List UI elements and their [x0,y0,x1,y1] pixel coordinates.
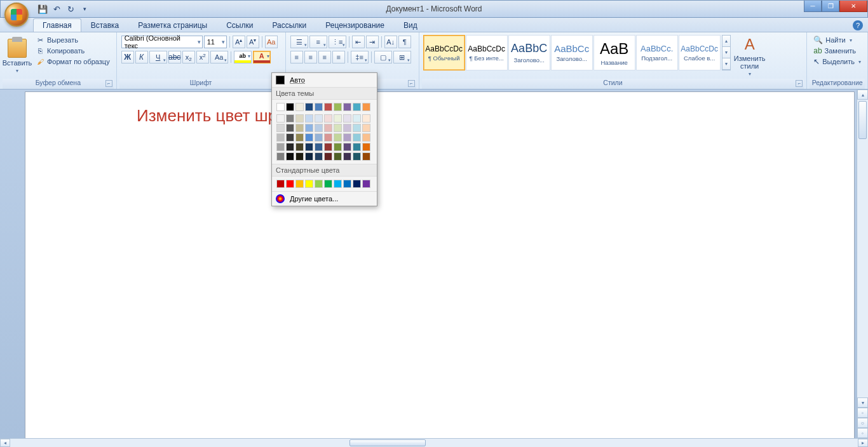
font-color-button[interactable]: A [253,51,271,63]
color-swatch[interactable] [324,114,332,123]
color-auto-item[interactable]: Авто [272,73,377,87]
scroll-thumb[interactable] [858,101,867,139]
sort-button[interactable]: A↓ [384,36,397,48]
style-item-2[interactable]: AaBbCЗаголово... [508,35,550,70]
color-swatch[interactable] [295,124,304,132]
color-swatch[interactable] [324,152,332,161]
color-swatch[interactable] [334,152,342,161]
close-button[interactable]: ✕ [839,1,867,12]
strike-button[interactable]: abc [168,51,181,63]
color-swatch[interactable] [324,133,332,142]
color-swatch[interactable] [334,103,342,111]
color-swatch[interactable] [305,124,313,132]
justify-button[interactable]: ≡ [332,51,345,63]
color-swatch[interactable] [305,114,313,123]
minimize-button[interactable]: ─ [804,1,822,12]
color-swatch[interactable] [286,124,294,132]
color-swatch[interactable] [286,143,294,151]
color-swatch[interactable] [362,103,370,111]
color-swatch[interactable] [295,133,304,142]
color-swatch[interactable] [343,114,351,123]
styles-launcher[interactable]: ⌐ [796,80,803,87]
line-spacing-button[interactable]: ‡≡ [351,51,369,63]
tab-view[interactable]: Вид [394,18,427,32]
next-page-button[interactable]: ◦ [857,428,868,438]
scroll-left-button[interactable]: ◂ [0,439,10,447]
clipboard-launcher[interactable]: ⌐ [105,80,112,87]
style-item-3[interactable]: AaBbCcЗаголово... [551,35,593,70]
borders-button[interactable]: ⊞ [393,51,411,63]
change-styles-button[interactable]: A Изменить стили ▾ [731,34,769,79]
tab-home[interactable]: Главная [33,18,81,32]
color-swatch[interactable] [343,133,351,142]
color-swatch[interactable] [362,143,370,151]
color-swatch[interactable] [286,114,294,123]
color-swatch[interactable] [334,133,342,142]
browse-object-button[interactable]: ○ [857,418,868,428]
undo-icon[interactable]: ↶ [50,3,63,15]
underline-button[interactable]: Ч [149,51,167,63]
tab-mailings[interactable]: Рассылки [262,18,316,32]
style-item-5[interactable]: AaBbCc.Подзагол... [636,35,678,70]
scroll-up-button[interactable]: ▴ [857,90,868,100]
gallery-up-button[interactable]: ▴ [722,36,730,47]
color-swatch[interactable] [353,180,361,188]
color-swatch[interactable] [276,124,285,132]
find-button[interactable]: 🔍Найти▾ [812,35,862,45]
color-swatch[interactable] [295,103,304,111]
color-swatch[interactable] [286,180,294,188]
horizontal-scrollbar[interactable]: ◂ ▸ [0,438,868,447]
color-swatch[interactable] [305,143,313,151]
format-painter-button[interactable]: 🖌Формат по образцу [34,57,111,67]
font-name-combo[interactable]: Calibri (Основной текс [121,36,203,48]
grow-font-button[interactable]: A▴ [233,36,245,48]
scroll-right-button[interactable]: ▸ [858,439,868,447]
color-swatch[interactable] [324,143,332,151]
color-swatch[interactable] [343,143,351,151]
scroll-down-button[interactable]: ▾ [857,397,868,408]
bullets-button[interactable]: ☰ [290,36,308,48]
multilevel-button[interactable]: ⋮≡ [329,36,346,48]
color-swatch[interactable] [334,143,342,151]
color-swatch[interactable] [362,180,370,188]
vertical-scrollbar[interactable]: ▴ ▾ ◦ ○ ◦ [857,90,868,438]
color-swatch[interactable] [295,143,304,151]
tab-references[interactable]: Ссылки [217,18,262,32]
color-swatch[interactable] [305,103,313,111]
prev-page-button[interactable]: ◦ [857,408,868,418]
color-swatch[interactable] [334,180,342,188]
align-left-button[interactable]: ≡ [290,51,303,63]
paste-button[interactable]: Вставить ▾ [3,34,32,79]
color-swatch[interactable] [334,114,342,123]
style-item-0[interactable]: AaBbCcDc¶ Обычный [423,35,465,70]
color-swatch[interactable] [295,152,304,161]
document-page[interactable]: Изменить цвет шр [25,92,854,438]
align-center-button[interactable]: ≡ [304,51,317,63]
color-swatch[interactable] [315,124,323,132]
color-swatch[interactable] [295,114,304,123]
show-marks-button[interactable]: ¶ [398,36,411,48]
color-swatch[interactable] [315,133,323,142]
decrease-indent-button[interactable]: ⇤ [352,36,365,48]
color-swatch[interactable] [315,180,323,188]
color-swatch[interactable] [315,114,323,123]
color-swatch[interactable] [353,143,361,151]
color-swatch[interactable] [305,152,313,161]
shading-button[interactable]: ▢ [374,51,392,63]
color-swatch[interactable] [343,180,351,188]
paragraph-launcher[interactable]: ⌐ [408,80,415,87]
more-colors-item[interactable]: Другие цвета... [272,192,377,206]
subscript-button[interactable]: x2 [182,51,195,63]
color-swatch[interactable] [362,133,370,142]
color-swatch[interactable] [276,143,285,151]
color-swatch[interactable] [276,133,285,142]
color-swatch[interactable] [324,124,332,132]
italic-button[interactable]: К [135,51,148,63]
color-swatch[interactable] [286,103,294,111]
color-swatch[interactable] [286,133,294,142]
qat-more-icon[interactable]: ▾ [78,3,91,15]
color-swatch[interactable] [353,133,361,142]
increase-indent-button[interactable]: ⇥ [366,36,379,48]
gallery-down-button[interactable]: ▾ [722,47,730,58]
color-swatch[interactable] [276,180,285,188]
